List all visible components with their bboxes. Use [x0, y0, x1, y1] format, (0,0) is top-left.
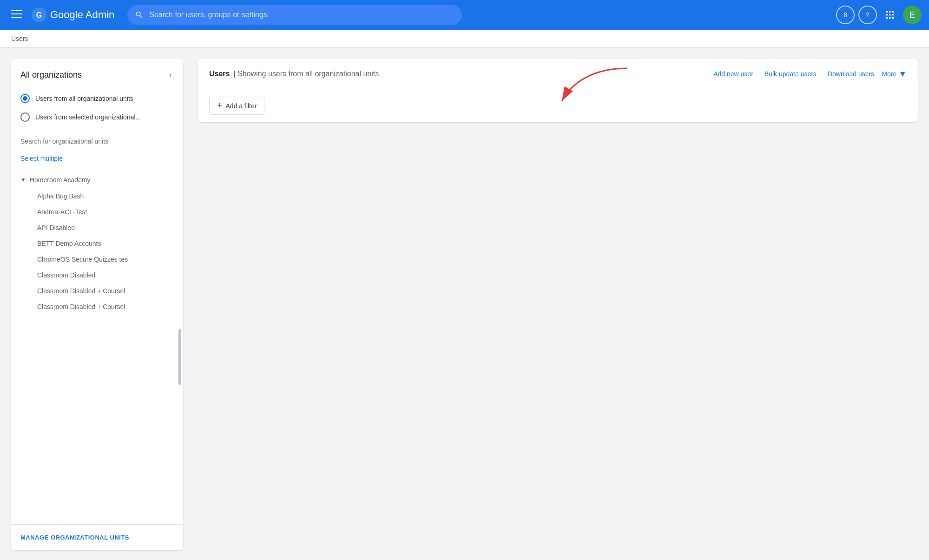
svg-point-11	[886, 17, 888, 19]
app-logo: G Google Admin	[32, 7, 114, 22]
org-tree: ▼ Homeroom Academy Alpha Bug Bash Andrea…	[11, 168, 183, 524]
logo-text: Google Admin	[50, 9, 114, 21]
radio-label-all: Users from all organizational units	[35, 95, 133, 102]
main-content: All organizations ‹ Users from all organ…	[0, 48, 929, 560]
collapse-icon[interactable]: ‹	[167, 68, 174, 82]
org-parent-label: Homeroom Academy	[30, 176, 91, 184]
all-organizations-title: All organizations	[20, 70, 82, 80]
global-search[interactable]	[127, 5, 462, 25]
expand-arrow-icon: ▼	[20, 177, 26, 183]
bulk-update-button[interactable]: Bulk update users	[761, 67, 820, 80]
svg-rect-1	[11, 13, 22, 14]
radio-all-org[interactable]: Users from all organizational units	[20, 89, 174, 108]
right-panel-wrapper: Users | Showing users from all organizat…	[191, 59, 918, 550]
select-multiple-link[interactable]: Select multiple	[11, 153, 183, 168]
svg-point-10	[892, 14, 894, 16]
svg-text:G: G	[36, 11, 42, 19]
header-icons: 8 ? E	[836, 6, 922, 24]
svg-point-6	[889, 11, 891, 13]
list-item[interactable]: ChromeOS Secure Quizzes tes	[11, 251, 183, 267]
download-users-button[interactable]: Download users	[824, 67, 878, 80]
filter-area: + Add a filter	[198, 89, 918, 122]
org-search-input[interactable]	[20, 134, 174, 149]
org-parent-homeroom[interactable]: ▼ Homeroom Academy	[11, 171, 183, 188]
apps-icon[interactable]	[881, 6, 899, 24]
more-button[interactable]: More ▼	[882, 69, 907, 79]
list-item[interactable]: Classroom Disabled	[11, 267, 183, 283]
svg-point-5	[886, 11, 888, 13]
user-avatar[interactable]: E	[903, 6, 922, 24]
left-panel-header: All organizations ‹	[11, 59, 183, 86]
hamburger-menu-icon[interactable]	[7, 5, 26, 26]
left-panel: All organizations ‹ Users from all organ…	[11, 59, 183, 550]
search-input[interactable]	[149, 11, 455, 19]
help-icon[interactable]: ?	[858, 6, 877, 24]
chevron-down-icon: ▼	[898, 69, 907, 79]
svg-point-7	[892, 11, 894, 13]
svg-point-9	[889, 14, 891, 16]
svg-point-12	[889, 17, 891, 19]
list-item[interactable]: API Disabled	[11, 220, 183, 236]
breadcrumb: Users	[0, 30, 929, 48]
list-item[interactable]: Classroom Disabled + Coursel	[11, 283, 183, 299]
manage-org-units-link[interactable]: MANAGE ORGANIZATIONAL UNITS	[11, 524, 183, 550]
panel-title: Users	[209, 70, 230, 78]
radio-selected-org[interactable]: Users from selected organizational...	[20, 108, 174, 126]
add-filter-label: Add a filter	[226, 102, 257, 110]
radio-options: Users from all organizational units User…	[11, 86, 183, 132]
add-new-user-button[interactable]: Add new user	[710, 67, 757, 80]
svg-rect-0	[11, 10, 22, 11]
radio-circle-all	[20, 94, 30, 103]
radio-label-selected: Users from selected organizational...	[35, 113, 141, 121]
right-panel-header: Users | Showing users from all organizat…	[198, 59, 918, 89]
list-item[interactable]: Classroom Disabled + Coursel	[11, 299, 183, 315]
svg-rect-2	[11, 17, 22, 18]
list-item[interactable]: Andrea-ACL-Test	[11, 204, 183, 220]
more-label: More	[882, 70, 896, 78]
list-item[interactable]: Alpha Bug Bash	[11, 188, 183, 204]
breadcrumb-text: Users	[11, 35, 28, 42]
add-filter-button[interactable]: + Add a filter	[209, 97, 264, 115]
list-item[interactable]: BETT Demo Accounts	[11, 236, 183, 251]
radio-circle-selected	[20, 112, 30, 122]
panel-subtitle: | Showing users from all organizational …	[233, 70, 379, 78]
svg-point-8	[886, 14, 888, 16]
svg-point-13	[892, 17, 894, 19]
scrollbar[interactable]	[178, 329, 181, 385]
notification-icon[interactable]: 8	[836, 6, 855, 24]
plus-icon: +	[217, 101, 222, 111]
app-header: G Google Admin 8 ? E	[0, 0, 929, 30]
right-panel: Users | Showing users from all organizat…	[198, 59, 918, 122]
